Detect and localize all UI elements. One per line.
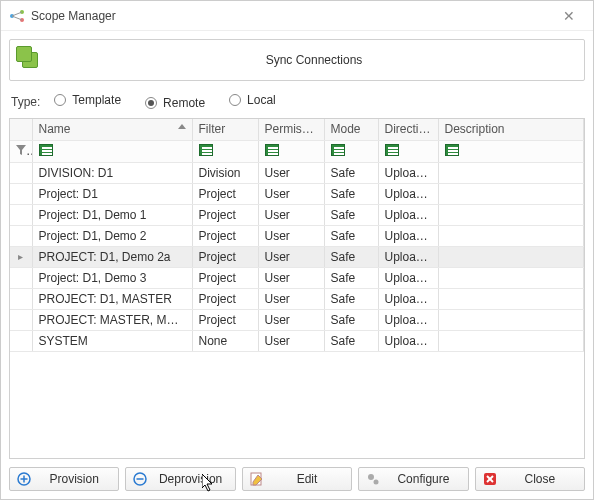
cell-mode: Safe (324, 225, 378, 246)
minus-icon (132, 471, 148, 487)
filter-cell-direction[interactable] (378, 140, 438, 162)
deprovision-button[interactable]: Deprovision (125, 467, 235, 491)
data-grid[interactable]: Name Filter Permission Mode Direction De… (9, 118, 585, 459)
row-expand-handle[interactable] (10, 267, 32, 288)
radio-circle (54, 94, 66, 106)
row-expand-handle[interactable] (10, 225, 32, 246)
cell-filter: Project (192, 267, 258, 288)
row-expand-handle[interactable]: ▸ (10, 246, 32, 267)
configure-button[interactable]: Configure (358, 467, 468, 491)
text-filter-icon (445, 144, 459, 156)
filter-cell-permission[interactable] (258, 140, 324, 162)
radio-label: Local (247, 93, 276, 107)
radio-circle (145, 97, 157, 109)
close-icon (482, 471, 498, 487)
gear-icon (365, 471, 381, 487)
column-header-name[interactable]: Name (32, 119, 192, 140)
filter-cell-name[interactable] (32, 140, 192, 162)
table-row[interactable]: Project: D1, Demo 2ProjectUserSafeUpload… (10, 225, 584, 246)
scope-manager-window: Scope Manager ✕ Sync Connections Type: T… (0, 0, 594, 500)
radio-template[interactable]: Template (54, 93, 121, 107)
text-filter-icon (265, 144, 279, 156)
cell-name: DIVISION: D1 (32, 162, 192, 183)
cell-permission: User (258, 309, 324, 330)
cell-description (438, 183, 584, 204)
table-row[interactable]: PROJECT: D1, MASTERProjectUserSafeUpload… (10, 288, 584, 309)
svg-line-3 (12, 12, 22, 16)
edit-icon (249, 471, 265, 487)
column-header-direction[interactable]: Direction (378, 119, 438, 140)
table-row[interactable]: DIVISION: D1DivisionUserSafeUploadA... (10, 162, 584, 183)
button-bar: Provision Deprovision Edit Configure Clo… (1, 459, 593, 499)
type-label: Type: (11, 95, 40, 109)
svg-line-4 (12, 16, 22, 20)
filter-funnel-icon[interactable] (10, 140, 32, 162)
column-header-permission[interactable]: Permission (258, 119, 324, 140)
cell-permission: User (258, 246, 324, 267)
cell-direction: UploadA... (378, 288, 438, 309)
window-title: Scope Manager (31, 9, 553, 23)
cell-filter: Project (192, 183, 258, 204)
cell-description (438, 204, 584, 225)
text-filter-icon (331, 144, 345, 156)
cell-mode: Safe (324, 309, 378, 330)
cell-name: PROJECT: D1, MASTER (32, 288, 192, 309)
text-filter-icon (199, 144, 213, 156)
row-expand-handle[interactable] (10, 183, 32, 204)
cell-direction: UploadA... (378, 225, 438, 246)
app-icon (9, 8, 25, 24)
table-row[interactable]: ▸PROJECT: D1, Demo 2aProjectUserSafeUplo… (10, 246, 584, 267)
cell-mode: Safe (324, 246, 378, 267)
row-expand-handle[interactable] (10, 204, 32, 225)
cell-mode: Safe (324, 162, 378, 183)
row-expand-handle[interactable] (10, 330, 32, 351)
row-expand-handle[interactable] (10, 309, 32, 330)
filter-cell-filter[interactable] (192, 140, 258, 162)
table-row[interactable]: Project: D1ProjectUserSafeUploadA... (10, 183, 584, 204)
table-row[interactable]: PROJECT: MASTER, MASTERProjectUserSafeUp… (10, 309, 584, 330)
cell-description (438, 267, 584, 288)
cell-description (438, 330, 584, 351)
text-filter-icon (385, 144, 399, 156)
cell-mode: Safe (324, 183, 378, 204)
cell-description (438, 225, 584, 246)
window-close-button[interactable]: ✕ (553, 8, 585, 24)
row-expand-handle[interactable] (10, 162, 32, 183)
cell-name: Project: D1, Demo 3 (32, 267, 192, 288)
cell-filter: Project (192, 204, 258, 225)
cell-direction: UploadA... (378, 267, 438, 288)
cell-direction: UploadA... (378, 162, 438, 183)
cell-permission: User (258, 183, 324, 204)
cell-name: Project: D1 (32, 183, 192, 204)
close-button[interactable]: Close (475, 467, 585, 491)
cell-direction: UploadA... (378, 309, 438, 330)
cell-filter: Project (192, 246, 258, 267)
cell-description (438, 162, 584, 183)
table-row[interactable]: SYSTEMNoneUserSafeUploadA... (10, 330, 584, 351)
radio-remote[interactable]: Remote (145, 96, 205, 110)
cell-filter: Division (192, 162, 258, 183)
text-filter-icon (39, 144, 53, 156)
provision-button[interactable]: Provision (9, 467, 119, 491)
filter-cell-mode[interactable] (324, 140, 378, 162)
filter-cell-description[interactable] (438, 140, 584, 162)
radio-label: Template (72, 93, 121, 107)
radio-label: Remote (163, 96, 205, 110)
grid-empty-area (10, 352, 584, 459)
table-row[interactable]: Project: D1, Demo 1ProjectUserSafeUpload… (10, 204, 584, 225)
cell-direction: UploadA... (378, 246, 438, 267)
cell-mode: Safe (324, 267, 378, 288)
table-row[interactable]: Project: D1, Demo 3ProjectUserSafeUpload… (10, 267, 584, 288)
column-header-description[interactable]: Description (438, 119, 584, 140)
edit-button[interactable]: Edit (242, 467, 352, 491)
plus-icon (16, 471, 32, 487)
column-header-filter[interactable]: Filter (192, 119, 258, 140)
row-expand-handle[interactable] (10, 288, 32, 309)
radio-local[interactable]: Local (229, 93, 276, 107)
cell-direction: UploadA... (378, 330, 438, 351)
cell-name: Project: D1, Demo 1 (32, 204, 192, 225)
cell-permission: User (258, 267, 324, 288)
titlebar: Scope Manager ✕ (1, 1, 593, 31)
column-header-mode[interactable]: Mode (324, 119, 378, 140)
cell-direction: UploadA... (378, 204, 438, 225)
